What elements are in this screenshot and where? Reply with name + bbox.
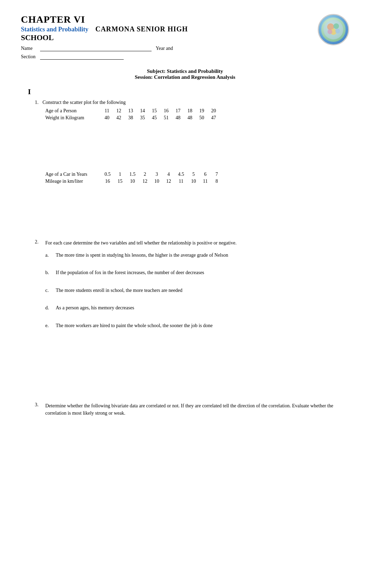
cell: 50 [196, 114, 208, 121]
header: CHAPTER VI Statistics and Probability CA… [21, 14, 349, 60]
svg-point-2 [333, 23, 339, 29]
question-3-number: 3. [35, 402, 45, 408]
cell: 4.5 [175, 171, 188, 178]
table-1-container: Age of a Person 11 12 13 14 15 16 17 18 … [45, 107, 349, 121]
cell: 0.5 [101, 171, 114, 178]
row1-label: Age of a Person [45, 107, 101, 114]
cell: 7 [211, 171, 222, 178]
section-i-label: I [28, 87, 349, 96]
logo-inner [321, 17, 346, 42]
row1-label: Age of a Car in Years [45, 171, 101, 178]
chapter-title: CHAPTER VI [21, 14, 307, 25]
table-row: Mileage in km/liter 16 15 10 12 10 12 11… [45, 178, 222, 185]
question-1-text: Construct the scatter plot for the follo… [43, 100, 126, 105]
cell: 38 [125, 114, 137, 121]
question-1: 1. Construct the scatter plot for the fo… [35, 100, 349, 232]
cell: 47 [208, 114, 219, 121]
sub-text-c: The more students enroll in school, the … [56, 287, 349, 294]
sub-letter-b: b. [45, 269, 56, 277]
carmona-title: CARMONA SENIOR HIGH [95, 25, 188, 33]
question-2-text: For each case determine the two variable… [45, 239, 349, 247]
sub-question-e: e. The more workers are hired to paint t… [45, 322, 349, 330]
cell: 11 [200, 178, 211, 185]
sub-letter-a: a. [45, 251, 56, 259]
question-2-header: 2. For each case determine the two varia… [35, 239, 349, 247]
sub-letter-d: d. [45, 304, 56, 312]
cell: 2 [139, 171, 151, 178]
cell: 5 [188, 171, 200, 178]
cell: 40 [101, 114, 113, 121]
school-logo [318, 14, 349, 45]
sub-text-a: The more time is spent in studying his l… [56, 251, 349, 259]
cell: 3 [151, 171, 163, 178]
cell: 16 [160, 107, 172, 114]
row2-label: Mileage in km/liter [45, 178, 101, 185]
logo-svg [323, 19, 344, 40]
name-label: Name [21, 46, 40, 51]
scatter-plot-space-2 [35, 187, 349, 232]
cell: 13 [125, 107, 137, 114]
cell: 48 [172, 114, 184, 121]
cell: 42 [113, 114, 125, 121]
year-label: Year and [156, 46, 173, 51]
cell: 14 [137, 107, 148, 114]
section-input-line[interactable] [40, 53, 124, 60]
cell: 11 [175, 178, 188, 185]
scatter-plot-space-1 [35, 123, 349, 169]
cell: 12 [139, 178, 151, 185]
sub-question-a: a. The more time is spent in studying hi… [45, 251, 349, 259]
cell: 15 [148, 107, 160, 114]
cell: 4 [163, 171, 175, 178]
sub-letter-c: c. [45, 287, 56, 294]
table-row: Age of a Car in Years 0.5 1 1.5 2 3 4 4.… [45, 171, 222, 178]
question-3-header: 3. Determine whether the following bivar… [35, 402, 349, 417]
subject-section: Subject: Statistics and Probability Sess… [21, 68, 349, 80]
header-left: CHAPTER VI Statistics and Probability CA… [21, 14, 307, 60]
table-age-weight: Age of a Person 11 12 13 14 15 16 17 18 … [45, 107, 219, 121]
school-name: SCHOOL [21, 33, 54, 42]
cell: 16 [101, 178, 114, 185]
subject-line1: Subject: Statistics and Probability [21, 68, 349, 74]
cell: 8 [211, 178, 222, 185]
sub-text-d: As a person ages, his memory decreases [56, 304, 349, 311]
question-3: 3. Determine whether the following bivar… [35, 402, 349, 417]
sub-letter-e: e. [45, 322, 56, 330]
cell: 45 [148, 114, 160, 121]
cell: 48 [184, 114, 196, 121]
content-area: 1. Construct the scatter plot for the fo… [35, 100, 349, 417]
question-1-header: 1. Construct the scatter plot for the fo… [35, 100, 349, 105]
subtitle-stats: Statistics and Probability [21, 26, 88, 33]
table-2-container: Age of a Car in Years 0.5 1 1.5 2 3 4 4.… [45, 171, 349, 185]
cell: 35 [137, 114, 148, 121]
header-right [307, 14, 349, 45]
sub-text-b: If the population of fox in the forest i… [56, 269, 349, 276]
blank-space-before-q3 [35, 339, 349, 402]
cell: 10 [126, 178, 139, 185]
sub-question-d: d. As a person ages, his memory decrease… [45, 304, 349, 312]
cell: 6 [200, 171, 211, 178]
sub-questions: a. The more time is spent in studying hi… [45, 251, 349, 330]
cell: 1.5 [126, 171, 139, 178]
cell: 17 [172, 107, 184, 114]
row2-label: Weight in Kilogram [45, 114, 101, 121]
cell: 11 [101, 107, 113, 114]
svg-point-4 [327, 29, 332, 34]
question-2: 2. For each case determine the two varia… [35, 239, 349, 330]
table-row: Age of a Person 11 12 13 14 15 16 17 18 … [45, 107, 219, 114]
cell: 12 [113, 107, 125, 114]
svg-point-5 [335, 29, 340, 33]
table-row: Weight in Kilogram 40 42 38 35 45 51 48 … [45, 114, 219, 121]
cell: 15 [114, 178, 126, 185]
cell: 12 [163, 178, 175, 185]
cell: 19 [196, 107, 208, 114]
cell: 18 [184, 107, 196, 114]
cell: 20 [208, 107, 219, 114]
cell: 10 [151, 178, 163, 185]
cell: 51 [160, 114, 172, 121]
sub-question-b: b. If the population of fox in the fores… [45, 269, 349, 277]
cell: 10 [188, 178, 200, 185]
name-input-line[interactable] [40, 45, 152, 51]
question-3-text: Determine whether the following bivariat… [45, 402, 349, 417]
form-fields: Name Year and Section [21, 45, 307, 60]
table-car-mileage: Age of a Car in Years 0.5 1 1.5 2 3 4 4.… [45, 171, 222, 185]
